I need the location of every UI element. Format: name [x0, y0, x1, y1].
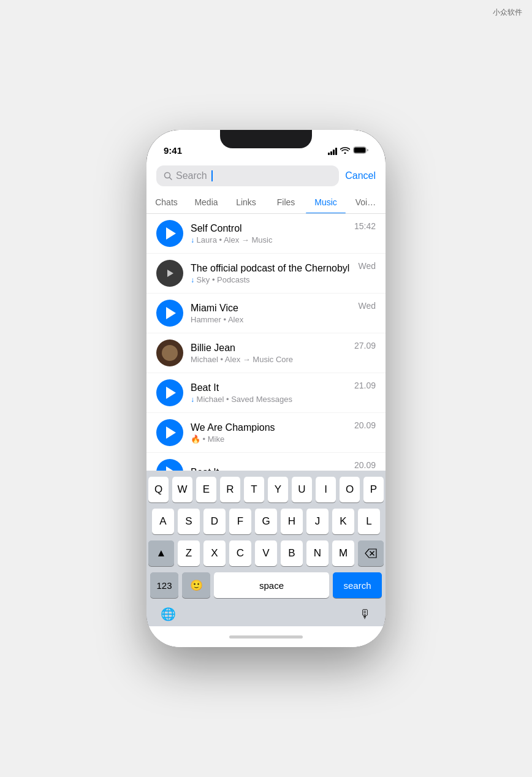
phone-device: 9:41 [146, 130, 386, 647]
play-button-icon[interactable] [156, 419, 183, 446]
space-key[interactable]: space [214, 572, 329, 598]
key-k[interactable]: K [332, 509, 354, 534]
globe-icon[interactable]: 🌐 [161, 607, 176, 621]
track-title: The official podcast of the Chernobyl [191, 262, 351, 274]
emoji-key[interactable]: 🙂 [182, 572, 210, 598]
search-input-wrap[interactable]: Search [156, 165, 339, 186]
microphone-icon[interactable]: 🎙 [359, 607, 371, 621]
tabs-bar: Chats Media Links Files Music Voi… [146, 191, 386, 214]
track-date: Wed [358, 301, 376, 311]
watermark: 小众软件 [493, 7, 522, 18]
status-icons [328, 146, 368, 156]
key-t[interactable]: T [244, 477, 264, 502]
tab-links[interactable]: Links [226, 191, 266, 213]
billie-inner [162, 345, 178, 361]
tool-row: 🌐 🎙 [148, 604, 384, 623]
key-r[interactable]: R [220, 477, 240, 502]
play-triangle [166, 426, 176, 439]
track-subtitle: 🔥 • Mike [191, 434, 347, 444]
play-button-icon[interactable] [156, 300, 183, 327]
track-date: 21.09 [354, 381, 376, 390]
track-info: Beat It ↓ Michael • Saved Messages [191, 382, 347, 404]
shift-key[interactable]: ▲ [148, 540, 174, 566]
track-info: Miami Vice Hammer • Alex [191, 303, 351, 324]
track-title: We Are Champions [191, 422, 347, 433]
key-d[interactable]: D [203, 509, 226, 534]
key-b[interactable]: B [281, 540, 303, 566]
track-title: Beat It [191, 382, 347, 393]
signal-icon [328, 148, 337, 155]
tab-files[interactable]: Files [266, 191, 306, 213]
download-icon: ↓ [191, 395, 194, 404]
key-h[interactable]: H [281, 509, 303, 534]
key-n[interactable]: N [306, 540, 329, 566]
billie-jean-icon[interactable] [156, 339, 183, 366]
tab-media[interactable]: Media [186, 191, 226, 213]
track-list: Self Control ↓ Laura • Alex → Music 15:4… [146, 214, 386, 471]
key-row-1: Q W E R T Y U I O P [148, 477, 384, 502]
key-l[interactable]: L [358, 509, 380, 534]
track-info: Billie Jean Michael • Alex → Music Core [191, 343, 347, 364]
play-triangle [166, 307, 176, 319]
key-c[interactable]: C [229, 540, 251, 566]
svg-rect-1 [354, 148, 366, 153]
track-item[interactable]: We Are Champions 🔥 • Mike 20.09 [146, 413, 386, 453]
key-z[interactable]: Z [178, 540, 200, 566]
key-row-bottom: 123 🙂 space search [148, 572, 384, 598]
num-key[interactable]: 123 [150, 572, 178, 598]
battery-icon [353, 146, 368, 156]
track-title: Miami Vice [191, 303, 351, 314]
delete-key[interactable] [358, 540, 384, 566]
backspace-icon [365, 548, 377, 558]
search-key[interactable]: search [333, 572, 382, 598]
play-button-icon[interactable] [156, 220, 183, 247]
key-y[interactable]: Y [268, 477, 288, 502]
key-q[interactable]: Q [148, 477, 169, 502]
tab-voice[interactable]: Voi… [346, 191, 386, 213]
key-m[interactable]: M [332, 540, 354, 566]
track-info: The official podcast of the Chernobyl ↓ … [191, 262, 351, 284]
key-s[interactable]: S [178, 509, 200, 534]
home-indicator [146, 626, 386, 647]
key-x[interactable]: X [203, 540, 226, 566]
key-i[interactable]: I [316, 477, 336, 502]
play-button-icon[interactable] [156, 459, 183, 471]
track-item[interactable]: Beat It ↓ Michael • Saved Messages 21.09 [146, 373, 386, 413]
key-v[interactable]: V [255, 540, 277, 566]
track-date: 15:42 [354, 221, 376, 231]
track-info: Self Control ↓ Laura • Alex → Music [191, 223, 347, 244]
play-button-icon[interactable] [156, 379, 183, 406]
key-row-2: A S D F G H J K L [148, 509, 384, 534]
track-subtitle: Hammer • Alex [191, 315, 351, 324]
tab-chats[interactable]: Chats [146, 191, 186, 213]
track-item[interactable]: Miami Vice Hammer • Alex Wed [146, 294, 386, 333]
track-item[interactable]: Billie Jean Michael • Alex → Music Core … [146, 333, 386, 373]
key-o[interactable]: O [340, 477, 360, 502]
key-e[interactable]: E [196, 477, 216, 502]
track-item[interactable]: Beat It 20.09 [146, 453, 386, 471]
track-item[interactable]: The official podcast of the Chernobyl ↓ … [146, 254, 386, 294]
cancel-button[interactable]: Cancel [345, 170, 376, 181]
track-subtitle: Michael • Alex → Music Core [191, 355, 347, 364]
track-date: 27.09 [354, 341, 376, 351]
track-subtitle: ↓ Sky • Podcasts [191, 275, 351, 284]
play-triangle [166, 227, 176, 240]
track-title: Billie Jean [191, 343, 347, 354]
key-f[interactable]: F [229, 509, 251, 534]
key-a[interactable]: A [152, 509, 174, 534]
tab-music[interactable]: Music [306, 191, 346, 213]
search-area: Search Cancel [146, 161, 386, 191]
svg-marker-4 [167, 270, 173, 277]
track-subtitle: ↓ Laura • Alex → Music [191, 235, 347, 244]
key-w[interactable]: W [172, 477, 192, 502]
track-item[interactable]: Self Control ↓ Laura • Alex → Music 15:4… [146, 214, 386, 254]
keyboard: Q W E R T Y U I O P A S D F G H J K [146, 471, 386, 626]
podcast-icon[interactable] [156, 260, 183, 287]
key-u[interactable]: U [292, 477, 312, 502]
download-icon: ↓ [191, 276, 194, 284]
play-triangle [166, 466, 176, 471]
key-j[interactable]: J [306, 509, 329, 534]
track-date: 20.09 [354, 460, 376, 470]
key-g[interactable]: G [255, 509, 277, 534]
key-p[interactable]: P [363, 477, 384, 502]
